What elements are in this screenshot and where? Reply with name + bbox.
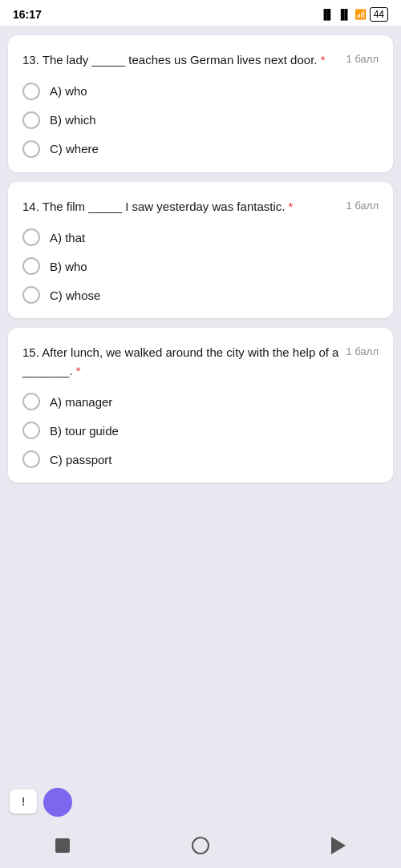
wifi-icon: 📶	[354, 9, 367, 20]
radio-15c[interactable]	[22, 450, 40, 468]
option-label-15b: B) tour guide	[50, 424, 119, 438]
required-star-13: *	[321, 53, 326, 67]
bottom-nav-bar	[0, 823, 401, 868]
option-14c[interactable]: C) whose	[22, 286, 379, 304]
option-15c[interactable]: C) passport	[22, 450, 379, 468]
option-13c[interactable]: C) where	[22, 140, 379, 158]
signal-icon-2: ▐▌	[338, 9, 351, 20]
option-label-13b: B) which	[50, 113, 96, 127]
required-star-15: *	[76, 364, 81, 377]
option-13a[interactable]: A) who	[22, 83, 379, 100]
battery-indicator: 44	[370, 7, 388, 22]
question-header-15: 15. After lunch, we walked around the ci…	[22, 344, 379, 380]
nav-forward-button[interactable]	[324, 831, 353, 860]
signal-icon-1: ▐▌	[321, 9, 334, 20]
chat-bubble[interactable]: !	[10, 789, 37, 813]
question-score-14: 1 балл	[346, 200, 379, 212]
radio-14c[interactable]	[22, 286, 40, 304]
radio-13c[interactable]	[22, 140, 40, 158]
status-icons: ▐▌ ▐▌ 📶 44	[321, 7, 388, 22]
option-label-14a: A) that	[50, 231, 85, 244]
nav-back-button[interactable]	[48, 831, 77, 860]
question-header-13: 13. The lady _____ teaches us German liv…	[22, 51, 379, 70]
option-label-15a: A) manager	[50, 395, 112, 409]
question-text-14: 14. The film _____ I saw yesterday was f…	[22, 198, 346, 216]
question-score-13: 1 балл	[346, 53, 379, 65]
radio-14a[interactable]	[22, 228, 40, 246]
radio-15b[interactable]	[22, 422, 40, 439]
option-label-13c: C) where	[50, 142, 99, 155]
radio-14b[interactable]	[22, 257, 40, 275]
option-13b[interactable]: B) which	[22, 111, 379, 129]
nav-home-button[interactable]	[186, 831, 215, 860]
required-star-14: *	[289, 200, 294, 213]
option-label-14c: C) whose	[50, 289, 100, 302]
option-label-14b: B) who	[50, 260, 87, 273]
question-score-15: 1 балл	[346, 345, 379, 357]
options-list-13: A) who B) which C) where	[22, 83, 379, 158]
radio-13a[interactable]	[22, 83, 40, 100]
status-time: 16:17	[13, 8, 42, 21]
option-14b[interactable]: B) who	[22, 257, 379, 275]
options-list-14: A) that B) who C) whose	[22, 228, 379, 304]
option-14a[interactable]: A) that	[22, 228, 379, 246]
option-15a[interactable]: A) manager	[22, 393, 379, 410]
question-header-14: 14. The film _____ I saw yesterday was f…	[22, 198, 379, 216]
option-15b[interactable]: B) tour guide	[22, 422, 379, 439]
question-card-15: 15. After lunch, we walked around the ci…	[8, 328, 393, 482]
stop-icon	[55, 838, 70, 853]
question-text-15: 15. After lunch, we walked around the ci…	[22, 344, 346, 380]
options-list-15: A) manager B) tour guide C) passport	[22, 393, 379, 468]
home-icon	[192, 837, 209, 854]
question-card-14: 14. The film _____ I saw yesterday was f…	[8, 182, 393, 319]
question-text-13: 13. The lady _____ teaches us German liv…	[22, 51, 346, 70]
option-label-15c: C) passport	[50, 453, 112, 466]
radio-13b[interactable]	[22, 111, 40, 129]
content-area: 13. The lady _____ teaches us German liv…	[0, 26, 401, 823]
question-card-13: 13. The lady _____ teaches us German liv…	[8, 35, 393, 172]
back-icon	[331, 837, 346, 854]
option-label-13a: A) who	[50, 84, 87, 98]
avatar	[43, 788, 72, 817]
page-wrapper: 16:17 ▐▌ ▐▌ 📶 44 13. The lady _____ teac…	[0, 0, 401, 868]
status-bar: 16:17 ▐▌ ▐▌ 📶 44	[0, 0, 401, 26]
radio-15a[interactable]	[22, 393, 40, 410]
